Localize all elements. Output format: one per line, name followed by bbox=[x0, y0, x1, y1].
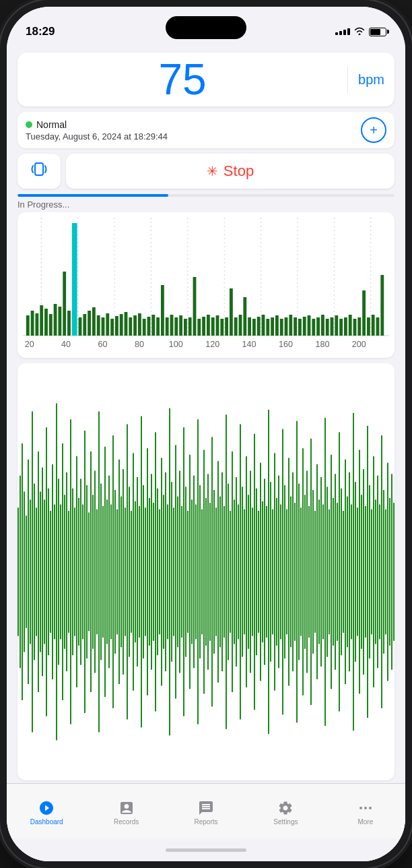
svg-rect-175 bbox=[167, 505, 168, 640]
tab-records[interactable]: Records bbox=[86, 799, 166, 826]
svg-rect-63 bbox=[262, 315, 265, 336]
waveform-container bbox=[18, 363, 394, 780]
svg-rect-171 bbox=[159, 509, 160, 635]
svg-rect-192 bbox=[201, 509, 203, 635]
svg-rect-45 bbox=[179, 315, 182, 336]
svg-rect-210 bbox=[238, 505, 239, 640]
svg-rect-274 bbox=[367, 426, 368, 718]
svg-rect-284 bbox=[387, 463, 388, 681]
svg-rect-266 bbox=[351, 505, 352, 640]
svg-rect-80 bbox=[339, 319, 343, 336]
svg-rect-43 bbox=[170, 315, 174, 336]
svg-rect-276 bbox=[371, 509, 372, 635]
svg-rect-156 bbox=[129, 487, 130, 656]
vibrate-icon bbox=[29, 159, 49, 183]
svg-rect-75 bbox=[316, 317, 320, 336]
svg-rect-15 bbox=[40, 305, 43, 336]
svg-rect-209 bbox=[236, 477, 237, 666]
svg-rect-123 bbox=[62, 443, 63, 700]
svg-rect-153 bbox=[123, 469, 124, 675]
svg-rect-236 bbox=[290, 497, 291, 648]
svg-rect-82 bbox=[349, 315, 352, 336]
svg-rect-143 bbox=[102, 506, 104, 638]
svg-rect-51 bbox=[207, 315, 210, 336]
svg-rect-110 bbox=[36, 507, 37, 636]
svg-rect-270 bbox=[359, 450, 360, 694]
svg-rect-252 bbox=[322, 505, 324, 640]
svg-rect-72 bbox=[303, 317, 306, 336]
svg-rect-215 bbox=[248, 495, 249, 649]
svg-rect-29 bbox=[106, 313, 109, 336]
tab-settings[interactable]: Settings bbox=[246, 799, 325, 826]
svg-rect-104 bbox=[24, 491, 25, 652]
svg-text:60: 60 bbox=[98, 339, 108, 349]
svg-rect-18 bbox=[54, 304, 57, 336]
svg-rect-70 bbox=[294, 317, 297, 336]
tab-reports[interactable]: Reports bbox=[166, 799, 246, 826]
svg-rect-244 bbox=[306, 471, 308, 673]
svg-rect-183 bbox=[183, 427, 184, 716]
svg-rect-128 bbox=[72, 489, 73, 656]
svg-rect-268 bbox=[355, 482, 356, 662]
svg-rect-114 bbox=[44, 499, 45, 644]
svg-rect-200 bbox=[217, 461, 219, 683]
svg-rect-66 bbox=[275, 315, 279, 336]
svg-rect-14 bbox=[35, 313, 38, 336]
svg-rect-133 bbox=[82, 505, 83, 640]
svg-rect-184 bbox=[185, 487, 186, 656]
svg-rect-281 bbox=[381, 435, 382, 708]
svg-rect-55 bbox=[225, 317, 228, 336]
svg-rect-224 bbox=[266, 506, 267, 638]
svg-rect-85 bbox=[362, 290, 366, 336]
settings-icon bbox=[277, 799, 294, 817]
svg-rect-59 bbox=[243, 297, 246, 336]
svg-rect-138 bbox=[92, 495, 94, 649]
svg-text:120: 120 bbox=[205, 339, 219, 349]
svg-rect-264 bbox=[347, 497, 348, 648]
tab-settings-label: Settings bbox=[273, 818, 298, 826]
svg-rect-49 bbox=[197, 319, 201, 336]
svg-rect-226 bbox=[270, 482, 271, 662]
tab-more[interactable]: More bbox=[326, 799, 405, 826]
tab-bar: Dashboard Records bbox=[7, 783, 405, 838]
svg-rect-203 bbox=[224, 506, 225, 638]
svg-rect-204 bbox=[226, 414, 227, 729]
svg-rect-19 bbox=[58, 307, 61, 336]
svg-rect-115 bbox=[46, 427, 47, 716]
svg-rect-159 bbox=[135, 501, 136, 643]
svg-rect-242 bbox=[302, 448, 304, 695]
stop-button[interactable]: ✳ Stop bbox=[66, 154, 394, 189]
svg-rect-24 bbox=[83, 314, 86, 336]
svg-rect-44 bbox=[174, 317, 178, 336]
home-indicator bbox=[7, 838, 405, 861]
vibrate-button[interactable] bbox=[18, 154, 61, 189]
svg-rect-131 bbox=[78, 498, 79, 646]
svg-rect-271 bbox=[361, 495, 362, 649]
svg-rect-256 bbox=[331, 455, 332, 689]
svg-rect-181 bbox=[179, 471, 180, 673]
home-bar bbox=[166, 848, 246, 852]
svg-rect-269 bbox=[357, 507, 358, 636]
svg-rect-124 bbox=[64, 495, 65, 649]
svg-rect-102 bbox=[20, 476, 21, 669]
tab-dashboard[interactable]: Dashboard bbox=[7, 799, 86, 826]
svg-rect-78 bbox=[331, 317, 334, 336]
svg-rect-118 bbox=[52, 464, 53, 679]
svg-rect-186 bbox=[189, 455, 191, 689]
svg-rect-180 bbox=[177, 497, 178, 648]
svg-rect-272 bbox=[363, 469, 364, 675]
svg-rect-83 bbox=[353, 319, 357, 336]
tab-reports-label: Reports bbox=[195, 818, 218, 826]
svg-rect-178 bbox=[173, 507, 174, 636]
svg-rect-76 bbox=[321, 315, 324, 336]
bar-chart-container: 20 40 60 75 80 100 120 140 160 180 200 bbox=[18, 212, 394, 358]
stop-label: Stop bbox=[224, 162, 254, 180]
svg-rect-221 bbox=[260, 463, 261, 681]
svg-rect-173 bbox=[163, 495, 164, 649]
status-icons bbox=[335, 26, 386, 37]
svg-rect-182 bbox=[181, 506, 182, 638]
add-button[interactable]: + bbox=[361, 117, 386, 143]
svg-rect-41 bbox=[161, 285, 164, 336]
svg-rect-196 bbox=[209, 503, 211, 641]
svg-rect-155 bbox=[127, 424, 128, 719]
